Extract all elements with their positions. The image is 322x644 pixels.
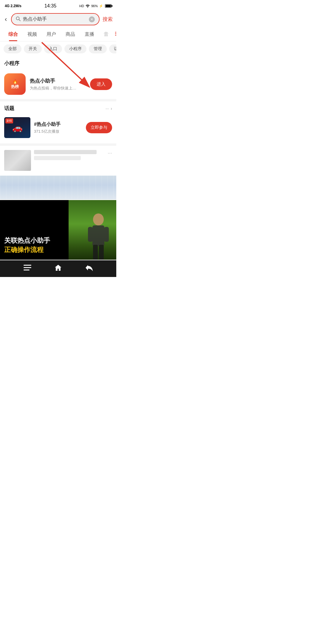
blurred-thumb-1 <box>4 150 31 171</box>
video-thumbnail: 关联热点小助手 正确操作流程 <box>0 200 116 260</box>
chip-switch[interactable]: 开关 <box>24 44 42 53</box>
blurred-content-1 <box>34 150 112 162</box>
tab-comprehensive[interactable]: 综合 <box>4 28 23 41</box>
topic-header: 话题 ··· › <box>0 101 116 114</box>
blurred-content-card-2 <box>0 176 116 199</box>
topic-name: #热点小助手 <box>34 121 82 128</box>
search-bar: ‹ 热点小助手 ✕ 搜索 <box>0 11 116 28</box>
tab-user[interactable]: 用户 <box>42 28 61 41</box>
divider-1 <box>0 99 116 101</box>
topic-thumb-icon: 🚗 <box>12 123 23 133</box>
topic-badge: 剧情 <box>5 118 13 123</box>
mini-app-desc: 为热点投稿，帮你快速上… <box>30 86 86 91</box>
divider-2 <box>0 143 116 146</box>
topic-stats: 371.5亿次播放 <box>34 129 82 134</box>
mini-app-card: 🔥热榜 热点小助手 为热点投稿，帮你快速上… 进入 <box>0 69 116 99</box>
battery-percent: 96% <box>91 4 98 8</box>
status-right: HD 96% ⚡ <box>79 4 112 8</box>
chip-miniapp[interactable]: 小程序 <box>64 44 86 53</box>
tab-audio[interactable]: 音 <box>99 28 113 41</box>
status-left: 4G 2.2M/s <box>5 4 21 8</box>
chip-manage[interactable]: 管理 <box>89 44 107 53</box>
topic-more-button[interactable]: ··· › <box>106 106 112 111</box>
svg-line-1 <box>19 19 21 21</box>
search-icon <box>16 16 21 22</box>
video-text-overlay: 关联热点小助手 正确操作流程 <box>0 232 116 260</box>
mini-app-info: 热点小助手 为热点投稿，帮你快速上… <box>30 78 86 91</box>
topic-info: #热点小助手 371.5亿次播放 <box>34 121 82 134</box>
svg-rect-15 <box>24 267 31 268</box>
svg-point-8 <box>93 213 104 225</box>
search-input-wrap[interactable]: 热点小助手 ✕ <box>11 13 100 25</box>
filter-chips-row: 全部 开关 入口 小程序 管理 话题 <box>0 41 116 56</box>
chip-all[interactable]: 全部 <box>4 44 21 53</box>
page: 4G 2.2M/s 14:35 HD 96% ⚡ ‹ <box>0 0 116 277</box>
card-more-dots[interactable]: ··· <box>108 150 112 156</box>
status-hd: HD <box>79 4 84 8</box>
status-bar: 4G 2.2M/s 14:35 HD 96% ⚡ <box>0 0 116 11</box>
back-nav-button[interactable] <box>85 264 93 273</box>
blurred-overlay <box>0 176 116 199</box>
signal-text: 4G 2.2M/s <box>5 4 21 8</box>
chip-entry[interactable]: 入口 <box>44 44 62 53</box>
filter-icon[interactable] <box>113 29 116 40</box>
blurred-line-1 <box>34 150 97 154</box>
topic-section: 话题 ··· › 🚗 剧情 #热点小助手 371.5亿次播放 立即参与 <box>0 101 116 143</box>
lightning-icon: ⚡ <box>99 4 103 8</box>
svg-rect-16 <box>24 270 30 270</box>
search-button[interactable]: 搜索 <box>103 16 113 23</box>
search-text: 热点小助手 <box>23 16 86 22</box>
topic-section-title: 话题 <box>4 105 106 112</box>
more-dots: ··· <box>106 106 109 111</box>
battery-icon <box>105 4 112 8</box>
chevron-right-icon: › <box>111 106 112 111</box>
topic-card: 🚗 剧情 #热点小助手 371.5亿次播放 立即参与 <box>0 114 116 143</box>
enter-button[interactable]: 进入 <box>90 78 112 90</box>
topic-thumbnail: 🚗 剧情 <box>4 117 30 138</box>
mini-app-icon: 🔥热榜 <box>4 73 26 95</box>
video-title-line2: 正确操作流程 <box>4 246 112 254</box>
tab-video[interactable]: 视频 <box>23 28 42 41</box>
clear-button[interactable]: ✕ <box>89 16 95 22</box>
chip-topic[interactable]: 话题 <box>109 44 116 53</box>
tabs-row: 综合 视频 用户 商品 直播 音 <box>0 28 116 41</box>
bottom-nav <box>0 260 116 277</box>
status-time: 14:35 <box>44 3 56 9</box>
tab-live[interactable]: 直播 <box>80 28 99 41</box>
home-nav-button[interactable] <box>54 264 62 273</box>
tab-goods[interactable]: 商品 <box>61 28 80 41</box>
video-card: 关联热点小助手 正确操作流程 <box>0 200 116 260</box>
blurred-content-card-1: ··· <box>0 146 116 175</box>
svg-rect-14 <box>24 265 31 266</box>
blurred-line-2 <box>34 156 81 160</box>
mini-app-icon-text: 🔥热榜 <box>11 79 19 89</box>
mini-app-section: 小程序 🔥热榜 热点小助手 为热点投稿，帮你快速上… 进入 <box>0 56 116 99</box>
participate-button[interactable]: 立即参与 <box>86 122 112 133</box>
video-title-line1: 关联热点小助手 <box>4 237 112 244</box>
back-button[interactable]: ‹ <box>4 14 8 24</box>
menu-nav-button[interactable] <box>24 265 31 273</box>
mini-app-section-title: 小程序 <box>0 56 116 69</box>
mini-app-name: 热点小助手 <box>30 78 86 84</box>
wifi-icon <box>85 4 90 8</box>
